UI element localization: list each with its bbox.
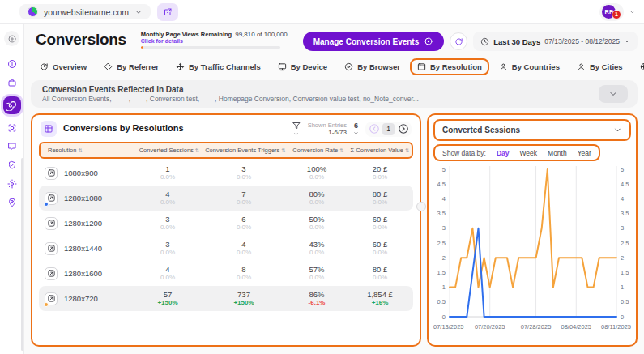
click-for-details-link[interactable]: Click for details xyxy=(141,38,280,44)
sidebar-item-poll-circle[interactable] xyxy=(5,57,19,71)
table-row[interactable]: 1280x160040.0%80.0%57%0.0%80 £0.0% xyxy=(39,261,413,286)
metric-select[interactable]: Converted Sessions xyxy=(433,119,631,141)
sidebar-item-gear[interactable] xyxy=(5,177,19,191)
metric-value: 3 xyxy=(134,215,201,224)
conversions-chart[interactable]: 07/13/202507/20/202507/28/202508/04/2025… xyxy=(433,163,631,336)
metric-delta: -6.1% xyxy=(287,299,347,307)
tab-by-traffic-channels[interactable]: By Traffic Channels xyxy=(168,58,268,75)
metric-cell: 30.0% xyxy=(201,164,287,182)
column-header[interactable]: Resolution⇅ xyxy=(41,147,136,154)
column-header[interactable]: Conversion Events Triggers⇅ xyxy=(203,147,288,154)
svg-text:08/11/2025: 08/11/2025 xyxy=(601,323,631,331)
sidebar-item-shield-check[interactable] xyxy=(5,158,19,173)
table-row[interactable]: 1080x90010.0%30.0%100%0.0%20 £0.0% xyxy=(39,160,413,186)
metric-delta: +150% xyxy=(134,299,201,307)
tab-label: Overview xyxy=(53,62,87,71)
column-header[interactable]: Converted Sessions⇅ xyxy=(136,147,203,154)
filter-button[interactable] xyxy=(292,121,301,137)
metric-value: 737 xyxy=(201,290,287,300)
tab-by-utm-campaign[interactable]: By UTM Campaign xyxy=(633,58,644,75)
metric-cell: 1,854 £+16% xyxy=(347,290,413,308)
svg-text:07/28/2025: 07/28/2025 xyxy=(521,323,552,331)
sidebar-item-target-plus[interactable] xyxy=(4,31,19,46)
sidebar-item-chat-bubble[interactable] xyxy=(5,139,19,154)
tab-by-device[interactable]: By Device xyxy=(271,58,335,75)
open-site-button[interactable] xyxy=(157,3,178,21)
svg-text:3: 3 xyxy=(442,224,446,232)
show-data-by-label: Show data by: xyxy=(442,149,486,157)
tab-by-browser[interactable]: By Browser xyxy=(337,58,407,75)
show-by-day[interactable]: Day xyxy=(497,149,510,157)
metric-delta: 0.0% xyxy=(287,224,347,232)
chevron-down-icon[interactable] xyxy=(629,8,636,15)
page-views-label: Monthly Page Views Remaining xyxy=(141,31,232,38)
column-header-label: Conversion Events Triggers xyxy=(205,147,279,154)
series-color-dot xyxy=(44,302,49,307)
user-menu[interactable]: RF 1 xyxy=(599,3,624,21)
resolution-label: 1080x900 xyxy=(64,168,98,177)
svg-text:1.5: 1.5 xyxy=(437,269,446,276)
chevron-down-icon xyxy=(608,89,618,99)
panel-collapse-handle[interactable] xyxy=(416,202,426,211)
open-details-button[interactable] xyxy=(45,217,58,230)
site-selector[interactable]: yourwebsitename.com xyxy=(19,4,151,19)
sidebar-item-briefcase[interactable] xyxy=(5,75,19,90)
metric-cell: 60 £0.0% xyxy=(347,215,413,232)
tab-by-referrer[interactable]: By Referrer xyxy=(96,58,166,75)
manage-conversion-events-button[interactable]: Manage Conversion Events xyxy=(303,32,445,51)
metric-cell: 100%0.0% xyxy=(287,164,347,182)
table-row[interactable]: 1280x144030.0%40.0%43%0.0%60 £0.0% xyxy=(39,236,413,261)
open-details-button[interactable] xyxy=(45,292,58,305)
tab-by-countries[interactable]: By Countries xyxy=(492,58,567,75)
table-row[interactable]: 1280x120030.0%60.0%50%0.0%60 £0.0% xyxy=(39,211,413,236)
resolutions-table-card: Conversions by Resolutions Shown Entries… xyxy=(31,113,421,347)
show-by-month[interactable]: Month xyxy=(548,149,567,157)
metric-value: 57 xyxy=(134,290,201,300)
sidebar-item-conversion-swirl[interactable] xyxy=(3,96,21,114)
page-size-select[interactable]: 6 xyxy=(353,122,359,136)
show-by-year[interactable]: Year xyxy=(578,149,591,157)
refresh-button[interactable] xyxy=(450,32,467,50)
metric-value: 7 xyxy=(201,190,287,199)
page-header: Conversions Monthly Page Views Remaining… xyxy=(36,30,638,54)
open-details-button[interactable] xyxy=(45,267,58,280)
table-card-header: Conversions by Resolutions Shown Entries… xyxy=(32,115,420,141)
next-page-button[interactable] xyxy=(397,123,409,135)
tab-by-cities[interactable]: By Cities xyxy=(569,58,630,75)
column-header[interactable]: Σ Conversion Value⇅ xyxy=(348,147,412,154)
table-row[interactable]: 1280x108040.0%70.0%80%0.0%80 £0.0% xyxy=(39,186,413,211)
top-bar: yourwebsitename.com RF 1 xyxy=(0,0,644,24)
svg-text:4: 4 xyxy=(621,195,624,203)
tab-overview[interactable]: Overview xyxy=(32,58,94,75)
sidebar-scrollbar[interactable] xyxy=(21,158,23,351)
shown-entries-label: Shown Entries xyxy=(308,122,347,129)
tab-by-resolution[interactable]: By Resolution xyxy=(410,58,489,75)
table-row[interactable]: 1280x72057+150%737+150%86%-6.1%1,854 £+1… xyxy=(39,286,413,311)
globe-icon xyxy=(640,62,644,71)
svg-text:5: 5 xyxy=(621,166,624,173)
prev-page-button[interactable] xyxy=(368,123,380,135)
metric-delta: 0.0% xyxy=(347,198,413,207)
sidebar-item-face-scan[interactable] xyxy=(5,121,19,135)
metric-delta: +150% xyxy=(201,299,287,307)
metric-cell: 60.0% xyxy=(201,215,287,232)
svg-text:08/04/2025: 08/04/2025 xyxy=(561,323,592,331)
open-details-button[interactable] xyxy=(45,192,58,205)
column-header[interactable]: Conversion Rate⇅ xyxy=(288,147,348,154)
sidebar-item-person-pin[interactable] xyxy=(5,195,19,210)
open-details-button[interactable] xyxy=(45,167,58,180)
page-views-quota: Monthly Page Views Remaining 99,810 of 1… xyxy=(141,31,280,49)
metric-value: 60 £ xyxy=(347,240,413,250)
open-details-button[interactable] xyxy=(45,242,58,255)
show-by-week[interactable]: Week xyxy=(519,149,537,157)
events-bar-expand-button[interactable] xyxy=(599,85,628,103)
page-views-value: 99,810 of 100,000 xyxy=(235,31,288,38)
resolution-cell: 1280x720 xyxy=(39,292,134,305)
poll-circle-icon xyxy=(7,59,17,69)
date-preset: Last 30 Days xyxy=(493,37,540,46)
svg-text:1: 1 xyxy=(621,284,624,291)
date-range-picker[interactable]: Last 30 Days 07/13/2025 - 08/12/2025 xyxy=(473,32,638,51)
metric-value: 80 £ xyxy=(347,190,413,199)
site-name: yourwebsitename.com xyxy=(44,7,129,17)
open-in-new-icon xyxy=(47,294,56,303)
